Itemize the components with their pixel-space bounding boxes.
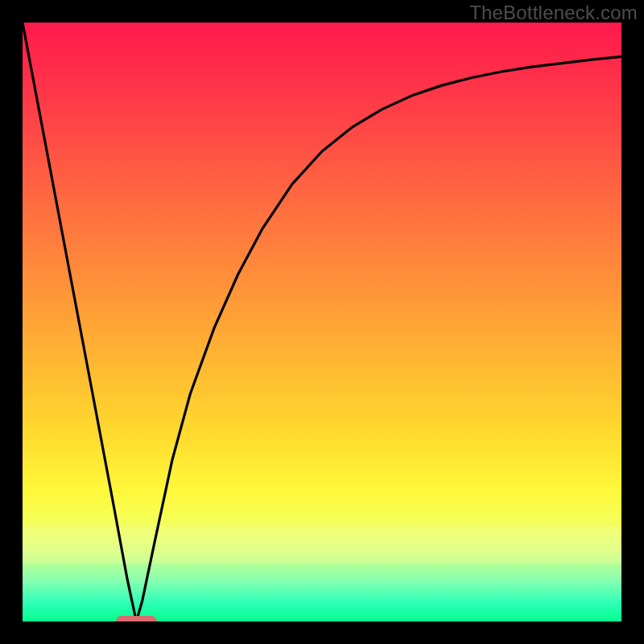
bottleneck-curve (23, 23, 621, 621)
plot-area (23, 23, 621, 621)
optimal-marker (116, 616, 157, 621)
chart-frame: TheBottleneck.com (0, 0, 644, 644)
curve-svg (23, 23, 621, 621)
watermark-text: TheBottleneck.com (469, 2, 638, 24)
